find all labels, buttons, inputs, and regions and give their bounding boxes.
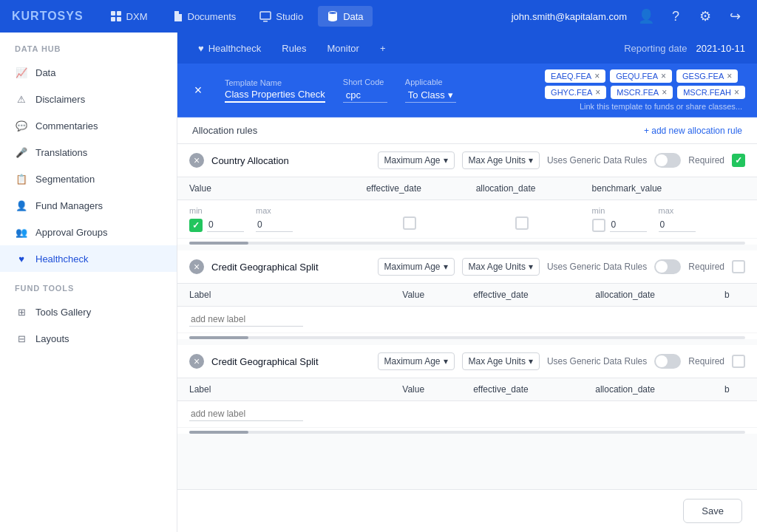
svg-rect-1 [117, 11, 121, 16]
rule-credit-geo-2-max-age-select[interactable]: Maximum Age ▾ [378, 352, 455, 370]
tag-gequ-remove[interactable]: × [661, 71, 666, 81]
rule-credit-geo-1-remove[interactable]: × [189, 259, 204, 274]
nav-documents[interactable]: Documents [163, 6, 245, 27]
rule-country-table: Value effective_date allocation_date ben… [177, 177, 757, 239]
plus-icon: + [380, 43, 386, 54]
label-input[interactable] [189, 313, 303, 327]
tag-ghyc: GHYC.FEA × [545, 86, 606, 99]
sidebar-item-tools-gallery[interactable]: ⊞ Tools Gallery [0, 299, 177, 325]
applicable-field: Applicable To Class ▾ [405, 78, 456, 103]
chevron-down-icon-3: ▾ [444, 262, 448, 272]
table-row [177, 401, 757, 428]
rule-country-remove[interactable]: × [189, 153, 204, 168]
close-template-button[interactable]: × [189, 81, 207, 99]
rule-credit-geo-1-toggle[interactable] [654, 259, 681, 274]
heart-icon: ♥ [15, 252, 28, 265]
scrollbar-thumb-3[interactable] [189, 431, 248, 434]
rule-country-required-label: Required [688, 155, 724, 166]
sidebar-item-translations[interactable]: 🎤 Translations [0, 139, 177, 166]
template-name-field: Template Name Class Properties Check [225, 78, 325, 103]
label-input-2[interactable] [189, 407, 303, 421]
sub-nav-add[interactable]: + [371, 38, 395, 58]
applicable-label: Applicable [405, 78, 456, 86]
rule-credit-geo-2-table: Label Value effective_date allocation_da… [177, 378, 757, 428]
rule-country-required-checkbox[interactable] [732, 154, 745, 167]
rule-country-max-age-select[interactable]: Maximum Age ▾ [378, 151, 455, 169]
logout-icon[interactable]: ↪ [724, 6, 745, 27]
template-bar: × Template Name Class Properties Check S… [177, 64, 757, 117]
tag-eaeq-remove[interactable]: × [594, 71, 600, 81]
scrollbar-thumb-2[interactable] [189, 336, 248, 339]
rule-country-toggle[interactable] [654, 153, 681, 168]
sub-nav-monitor[interactable]: Monitor [319, 38, 368, 58]
reporting-date: 2021-10-11 [696, 43, 746, 54]
allocation-date-checkbox[interactable] [515, 216, 529, 230]
sidebar-approval-groups-label: Approval Groups [35, 227, 108, 238]
add-rule-link[interactable]: + add new allocation rule [644, 126, 742, 136]
scrollbar-track-3 [189, 431, 745, 434]
tag-mscr-remove[interactable]: × [662, 87, 667, 98]
warn-icon: ⚠ [15, 92, 28, 106]
chevron-down-icon-5: ▾ [444, 356, 448, 366]
benchmark-min-checkbox[interactable] [592, 219, 605, 232]
rule-credit-geo-1-max-age-units-select[interactable]: Max Age Units ▾ [462, 258, 540, 276]
allocation-date-cell-2 [583, 307, 713, 333]
scrollbar-thumb-1[interactable] [189, 242, 248, 245]
tag-gesg-remove[interactable]: × [727, 71, 732, 81]
sub-nav-rules-label: Rules [282, 43, 306, 54]
nav-dxm[interactable]: DXM [101, 6, 157, 27]
sidebar-item-disclaimers[interactable]: ⚠ Disclaimers [0, 86, 177, 112]
benchmark-max-input[interactable] [659, 218, 696, 232]
rule-credit-geo-2-required-checkbox[interactable] [732, 355, 745, 368]
rule-credit-geo-1-max-age-select[interactable]: Maximum Age ▾ [378, 258, 455, 276]
help-icon[interactable]: ? [665, 6, 686, 27]
value-min-checkbox[interactable] [189, 219, 203, 232]
rule-credit-geo-2-toggle[interactable] [654, 354, 681, 369]
sub-nav-rules[interactable]: Rules [273, 38, 315, 58]
settings-icon[interactable]: ⚙ [695, 6, 716, 27]
translate-icon: 🎤 [15, 146, 28, 159]
save-button[interactable]: Save [683, 499, 742, 523]
tag-ghyc-remove[interactable]: × [595, 87, 600, 98]
nav-data[interactable]: Data [318, 6, 372, 27]
rule-credit-geo-2: × Credit Geographical Split Maximum Age … [177, 345, 757, 434]
rule-credit-geo-1-table: Label Value effective_date allocation_da… [177, 284, 757, 333]
tags-link[interactable]: Link this template to funds or share cla… [545, 102, 745, 111]
effective-date-cell-2 [461, 307, 583, 333]
sub-nav-right: Reporting date 2021-10-11 [624, 43, 745, 54]
rule-credit-geo-2-name: Credit Geographical Split [211, 356, 370, 367]
rule-credit-geo-2-max-age-units-select[interactable]: Max Age Units ▾ [462, 352, 540, 370]
col-benchmark-value: benchmark_value [580, 177, 757, 200]
nav-studio[interactable]: Studio [251, 6, 312, 27]
chevron-down-icon-4: ▾ [529, 262, 533, 272]
col-label: Label [177, 284, 390, 307]
label-cell [177, 307, 390, 333]
sidebar-item-healthcheck[interactable]: ♥ Healthcheck [0, 245, 177, 272]
applicable-select[interactable]: To Class ▾ [405, 88, 456, 103]
sidebar-item-layouts[interactable]: ⊟ Layouts [0, 325, 177, 352]
rule-country-max-age-units-select[interactable]: Max Age Units ▾ [462, 151, 540, 169]
value-max-input[interactable] [256, 218, 293, 232]
sidebar-item-approval-groups[interactable]: 👥 Approval Groups [0, 219, 177, 245]
chart-icon: 📈 [15, 66, 28, 79]
user-icon[interactable]: 👤 [636, 6, 656, 27]
short-code-input[interactable] [343, 88, 387, 103]
sub-nav-healthcheck[interactable]: ♥ Healthcheck [189, 38, 270, 58]
benchmark-min-input[interactable] [610, 218, 647, 232]
rule-credit-geo-2-remove[interactable]: × [189, 354, 204, 369]
tag-gequ-label: GEQU.FEA [616, 72, 658, 81]
sidebar-item-commentaries[interactable]: 💬 Commentaries [0, 112, 177, 139]
sidebar-item-data[interactable]: 📈 Data [0, 59, 177, 86]
value-min-input[interactable] [207, 218, 244, 232]
sidebar-item-fund-managers[interactable]: 👤 Fund Managers [0, 192, 177, 219]
tag-mscrfeah: MSCR.FEAH × [677, 86, 745, 99]
value-cell: min max [177, 200, 354, 239]
template-name-value[interactable]: Class Properties Check [225, 89, 325, 103]
tag-mscrfeah-remove[interactable]: × [734, 87, 739, 98]
sidebar-item-segmentation[interactable]: 📋 Segmentation [0, 166, 177, 192]
effective-date-checkbox[interactable] [403, 216, 416, 230]
rule-credit-geo-1-required-checkbox[interactable] [732, 260, 745, 273]
chevron-down-icon-2: ▾ [529, 155, 533, 166]
svg-rect-5 [263, 21, 268, 22]
tag-mscr: MSCR.FEA × [611, 86, 673, 99]
